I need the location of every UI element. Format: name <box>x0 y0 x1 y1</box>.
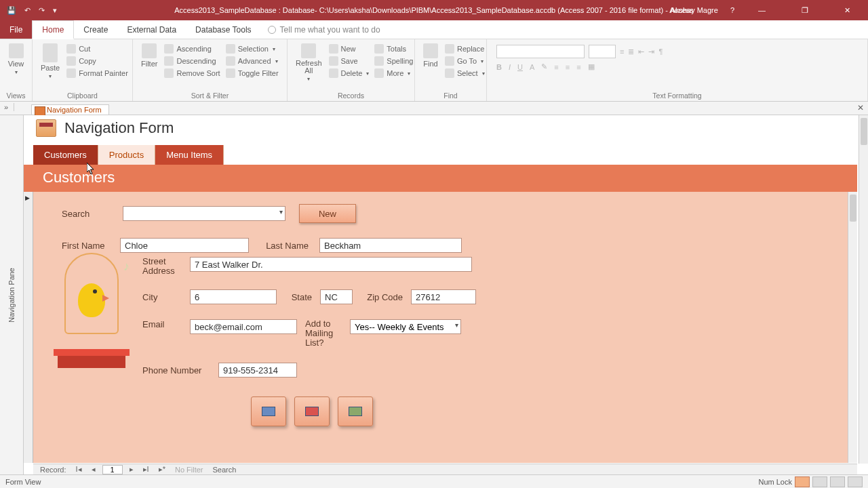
save-record-button[interactable]: Save <box>326 56 372 66</box>
status-view-mode: Form View <box>5 478 41 486</box>
underline-button[interactable]: U <box>517 63 523 71</box>
state-field[interactable] <box>320 289 353 304</box>
recnav-search[interactable]: Search <box>210 466 239 474</box>
minimize-button[interactable]: — <box>747 0 777 20</box>
goto-button[interactable]: Go To▾ <box>442 56 488 66</box>
record-selector[interactable] <box>24 192 33 463</box>
ascending-button[interactable]: Ascending <box>161 43 222 54</box>
toggle-filter-button[interactable]: Toggle Filter <box>223 68 281 79</box>
navigation-pane-collapsed[interactable]: Navigation Pane <box>0 115 24 474</box>
city-field[interactable] <box>190 289 277 304</box>
tell-me[interactable]: Tell me what you want to do <box>268 20 380 39</box>
advanced-icon <box>226 56 235 66</box>
align-right-button[interactable]: ≡ <box>576 63 580 71</box>
window-title: Access2013_SampleDatabase : Database- C:… <box>174 6 694 14</box>
more-button[interactable]: More▾ <box>372 68 416 79</box>
recnav-next[interactable]: ▸ <box>127 465 136 474</box>
recnav-last[interactable]: ▸I <box>140 465 152 474</box>
desc-icon <box>164 56 174 66</box>
ribbon: View▾ Views Paste▾ Cut Copy Format Paint… <box>0 39 868 102</box>
navtab-menu-items[interactable]: Menu Items <box>155 145 224 165</box>
recnav-position[interactable] <box>102 465 123 474</box>
action-button-1[interactable] <box>251 396 286 426</box>
search-combo[interactable] <box>123 206 285 221</box>
copy-button[interactable]: Copy <box>64 56 131 66</box>
navtab-products[interactable]: Products <box>98 145 155 165</box>
toggle-filter-icon <box>226 68 235 78</box>
restore-button[interactable]: ❐ <box>789 0 820 20</box>
qat-customize-icon[interactable]: ▾ <box>53 6 57 15</box>
delete-button[interactable]: Delete▾ <box>326 68 372 79</box>
paste-button[interactable]: Paste▾ <box>37 42 64 89</box>
form-view-button[interactable] <box>795 476 810 487</box>
undo-icon[interactable]: ↶ <box>24 6 31 15</box>
design-view-button[interactable] <box>848 476 863 487</box>
font-name-combo[interactable] <box>496 45 585 58</box>
indent-inc-icon[interactable]: ⇥ <box>648 47 654 56</box>
tab-create[interactable]: Create <box>74 20 117 39</box>
help-icon[interactable]: ? <box>730 6 734 14</box>
street-field[interactable] <box>190 257 472 272</box>
tab-external-data[interactable]: External Data <box>117 20 186 39</box>
subform-scrollbar[interactable] <box>848 192 857 463</box>
save-icon[interactable]: 💾 <box>7 6 16 15</box>
italic-button[interactable]: I <box>509 63 511 71</box>
shutter-bar-open[interactable]: » <box>4 103 14 111</box>
format-painter-button[interactable]: Format Painter <box>64 68 131 79</box>
numbering-icon[interactable]: ≣ <box>628 47 634 56</box>
spelling-button[interactable]: Spelling <box>372 56 416 66</box>
font-size-combo[interactable] <box>589 45 616 58</box>
recnav-first[interactable]: I◂ <box>73 465 85 474</box>
action-icon-1 <box>262 407 275 416</box>
advanced-button[interactable]: Advanced▾ <box>223 56 281 66</box>
ltr-icon[interactable]: ¶ <box>658 47 663 56</box>
align-left-button[interactable]: ≡ <box>554 63 558 71</box>
tab-home[interactable]: Home <box>32 20 74 39</box>
action-button-3[interactable] <box>338 396 373 426</box>
view-button[interactable]: View▾ <box>4 42 28 85</box>
last-name-field[interactable] <box>319 238 462 253</box>
redo-icon[interactable]: ↷ <box>39 6 45 15</box>
align-center-button[interactable]: ≡ <box>566 63 570 71</box>
font-color-button[interactable]: A <box>530 63 534 71</box>
action-icon-3 <box>349 407 362 416</box>
tab-file[interactable]: File <box>0 20 32 39</box>
descending-button[interactable]: Descending <box>161 56 222 66</box>
close-button[interactable]: ✕ <box>832 0 863 20</box>
form-scrollbar[interactable] <box>859 115 868 464</box>
recnav-prev[interactable]: ◂ <box>89 465 98 474</box>
first-name-field[interactable] <box>120 238 249 253</box>
layout-view-button[interactable] <box>830 476 845 487</box>
bold-button[interactable]: B <box>496 63 502 71</box>
highlight-button[interactable]: ✎ <box>541 62 547 71</box>
email-field[interactable] <box>190 319 297 334</box>
selection-button[interactable]: Selection▾ <box>223 43 281 54</box>
find-button[interactable]: Find <box>419 42 442 79</box>
select-button[interactable]: Select▾ <box>442 68 488 79</box>
replace-button[interactable]: Replace <box>442 43 488 54</box>
zip-field[interactable] <box>411 289 476 304</box>
view-icon <box>9 43 24 58</box>
refresh-all-button[interactable]: Refresh All▾ <box>292 42 326 92</box>
cut-button[interactable]: Cut <box>64 43 131 54</box>
action-button-2[interactable] <box>294 396 330 426</box>
close-tab-button[interactable]: ✕ <box>857 103 864 113</box>
tab-database-tools[interactable]: Database Tools <box>186 20 261 39</box>
totals-button[interactable]: Totals <box>372 43 416 54</box>
label-city: City <box>142 292 182 302</box>
remove-sort-button[interactable]: Remove Sort <box>161 68 222 79</box>
bullets-icon[interactable]: ≡ <box>620 47 624 56</box>
datasheet-view-button[interactable] <box>812 476 827 487</box>
recnav-new[interactable]: ▸* <box>156 465 168 474</box>
indent-dec-icon[interactable]: ⇤ <box>638 47 644 56</box>
fill-color-button[interactable]: ▦ <box>588 62 595 71</box>
mailing-combo[interactable] <box>350 319 461 334</box>
new-record-button[interactable]: New <box>326 43 372 54</box>
phone-field[interactable] <box>218 363 297 378</box>
new-record-form-button[interactable]: New <box>299 204 356 223</box>
navtab-customers[interactable]: Customers <box>33 145 98 165</box>
recnav-filter[interactable]: No Filter <box>172 466 206 474</box>
filter-button[interactable]: Filter <box>137 42 161 79</box>
form-logo-icon <box>36 119 56 137</box>
doc-tab-navigation-form[interactable]: Navigation Form <box>31 104 109 115</box>
